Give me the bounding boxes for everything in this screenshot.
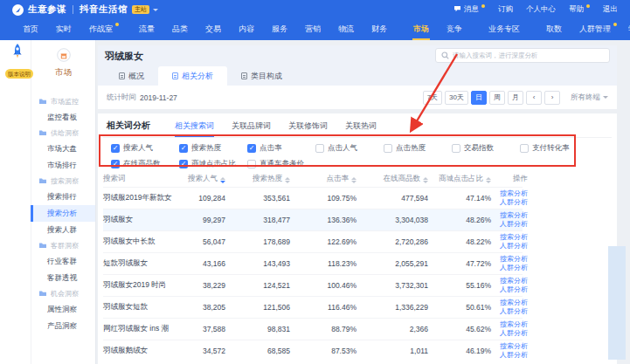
action-link-人群分析[interactable]: 人群分析 <box>496 307 528 316</box>
sidebar-item-监控看板[interactable]: 监控看板 <box>31 109 95 126</box>
checkbox-checked-icon[interactable]: ✓ <box>247 144 256 153</box>
nav-item-取数[interactable]: 取数 <box>537 19 571 40</box>
range-button-7天[interactable]: 7天 <box>423 91 442 105</box>
table-row[interactable]: 羽绒服女99,297318,477136.36%3,304,03848.26%搜… <box>103 209 523 230</box>
nav-item-品类[interactable]: 品类 <box>163 19 197 40</box>
nav-item-市场[interactable]: 市场 <box>405 19 438 40</box>
brand-caret-down-icon[interactable] <box>153 9 158 11</box>
action-link-搜索分析[interactable]: 搜索分析 <box>496 189 528 198</box>
sidebar-item-客群透视[interactable]: 客群透视 <box>31 270 95 286</box>
tab-类目构成[interactable]: 类目构成 <box>227 66 296 86</box>
table-row[interactable]: 羽绒服女中长款56,047178,689122.69%2,720,28648.2… <box>103 230 523 252</box>
action-link-搜索分析[interactable]: 搜索分析 <box>496 255 528 264</box>
checkbox-unchecked-icon[interactable] <box>452 144 460 153</box>
header-link-帮助[interactable]: 帮助 <box>569 4 590 15</box>
nav-item-业务专区[interactable]: 业务专区 <box>480 19 529 40</box>
action-link-人群分析[interactable]: 人群分析 <box>496 242 528 251</box>
checkbox-直通车参考价[interactable]: 直通车参考价 <box>247 159 315 169</box>
checkbox-unchecked-icon[interactable] <box>384 144 392 153</box>
nav-item-营销[interactable]: 营销 <box>296 19 329 40</box>
nav-item-人群管理[interactable]: 人群管理 <box>571 19 620 40</box>
table-row[interactable]: 短款羽绒服女43,166143,493118.23%2,055,29147.72… <box>103 252 523 274</box>
right-edge-panel[interactable] <box>608 246 626 360</box>
range-button-›[interactable]: › <box>544 91 560 105</box>
checkbox-搜索人气[interactable]: ✓搜索人气 <box>111 143 179 154</box>
header-link-订购[interactable]: 订购 <box>498 4 513 15</box>
range-button-30天[interactable]: 30天 <box>445 91 468 105</box>
checkbox-unchecked-icon[interactable] <box>315 144 324 153</box>
column-header-在线商品数[interactable]: 在线商品数 <box>357 174 428 184</box>
action-link-人群分析[interactable]: 人群分析 <box>496 351 528 360</box>
sidebar-item-市场排行[interactable]: 市场排行 <box>31 157 95 174</box>
header-link-个人中心[interactable]: 个人中心 <box>526 4 556 15</box>
sidebar-item-属性洞察[interactable]: 属性洞察 <box>31 301 95 318</box>
sidebar-item-产品洞察[interactable]: 产品洞察 <box>31 318 95 334</box>
checkbox-支付转化率[interactable]: 支付转化率 <box>520 143 588 154</box>
nav-item-竞争[interactable]: 竞争 <box>438 19 471 40</box>
action-link-人群分析[interactable]: 人群分析 <box>496 285 528 294</box>
action-link-人群分析[interactable]: 人群分析 <box>496 198 528 207</box>
nav-item-物流[interactable]: 物流 <box>329 19 363 40</box>
action-link-搜索分析[interactable]: 搜索分析 <box>496 342 528 351</box>
action-link-人群分析[interactable]: 人群分析 <box>496 220 528 229</box>
checkbox-点击热度[interactable]: 点击热度 <box>384 143 452 154</box>
checkbox-在线商品数[interactable]: ✓在线商品数 <box>111 159 179 169</box>
action-link-人群分析[interactable]: 人群分析 <box>496 329 528 338</box>
action-link-搜索分析[interactable]: 搜索分析 <box>496 211 528 220</box>
action-link-人群分析[interactable]: 人群分析 <box>496 264 528 272</box>
nav-item-学院[interactable]: 学院 <box>620 19 630 40</box>
version-widget[interactable]: 版本说明 <box>5 43 30 79</box>
action-link-搜索分析[interactable]: 搜索分析 <box>496 233 528 242</box>
analysis-tab-关联热词[interactable]: 关联热词 <box>345 113 377 137</box>
checkbox-交易指数[interactable]: 交易指数 <box>452 143 520 154</box>
checkbox-商城点击占比[interactable]: ✓商城点击占比 <box>179 159 247 169</box>
column-header-点击率[interactable]: 点击率 <box>290 174 357 184</box>
analysis-tab-关联修饰词[interactable]: 关联修饰词 <box>288 113 328 137</box>
sort-icon[interactable] <box>486 177 491 183</box>
sidebar-item-搜索人群[interactable]: 搜索人群 <box>31 222 95 238</box>
checkbox-checked-icon[interactable]: ✓ <box>179 160 188 168</box>
table-row[interactable]: 羽绒服2019年新款女109,284353,561109.75%477,5944… <box>103 187 523 209</box>
sidebar-item-搜索分析[interactable]: 搜索分析 <box>31 205 95 222</box>
header-link-消息[interactable]: 消息 <box>453 4 485 15</box>
action-link-搜索分析[interactable]: 搜索分析 <box>496 299 528 307</box>
nav-item-实时[interactable]: 实时 <box>47 19 80 40</box>
table-row[interactable]: 羽绒服女2019 时尚38,229124,521100.46%3,732,301… <box>103 274 523 296</box>
tab-相关分析[interactable]: 相关分析 <box>158 66 227 86</box>
column-header-商城点击占比[interactable]: 商城点击占比 <box>428 174 491 184</box>
checkbox-点击率[interactable]: ✓点击率 <box>247 143 315 154</box>
table-row[interactable]: 羽绒服女短款38,205121,506116.46%1,336,22950.61… <box>103 296 523 318</box>
checkbox-unchecked-icon[interactable] <box>520 144 529 153</box>
nav-item-首页[interactable]: 首页 <box>14 19 47 40</box>
table-row[interactable]: 羽绒服鹅绒女34,57268,58587.53%1,01146.19%搜索分析人… <box>103 340 523 361</box>
keyword-search-box[interactable] <box>435 48 610 63</box>
nav-item-流量[interactable]: 流量 <box>130 19 163 40</box>
sidebar-item-搜索排行[interactable]: 搜索排行 <box>31 189 95 205</box>
range-button-‹[interactable]: ‹ <box>526 91 542 105</box>
analysis-tab-关联品牌词[interactable]: 关联品牌词 <box>232 113 271 137</box>
range-button-日[interactable]: 日 <box>471 91 487 105</box>
search-input[interactable] <box>453 52 604 59</box>
range-button-月[interactable]: 月 <box>508 91 523 105</box>
checkbox-unchecked-icon[interactable] <box>247 160 256 168</box>
version-badge[interactable]: 版本说明 <box>5 69 33 79</box>
sidebar-item-市场大盘[interactable]: 市场大盘 <box>31 141 95 157</box>
checkbox-checked-icon[interactable]: ✓ <box>111 144 120 153</box>
checkbox-checked-icon[interactable]: ✓ <box>179 144 188 153</box>
sidebar-item-行业客群[interactable]: 行业客群 <box>31 253 95 270</box>
terminal-filter-dropdown[interactable]: 所有终端 <box>571 93 608 103</box>
range-button-周[interactable]: 周 <box>489 91 505 105</box>
column-header-搜索热度[interactable]: 搜索热度 <box>225 174 290 184</box>
header-link-退出[interactable]: 退出 <box>603 4 618 15</box>
nav-item-财务[interactable]: 财务 <box>363 19 396 40</box>
nav-item-作战室[interactable]: 作战室 <box>80 19 121 40</box>
nav-item-服务[interactable]: 服务 <box>263 19 296 40</box>
checkbox-点击人气[interactable]: 点击人气 <box>315 143 384 154</box>
column-header-搜索人气[interactable]: 搜索人气 <box>173 174 225 184</box>
table-row[interactable]: 网红羽绒服女 ins 潮37,58898,83188.79%2,36645.62… <box>103 318 523 340</box>
checkbox-checked-icon[interactable]: ✓ <box>111 160 120 168</box>
nav-item-交易[interactable]: 交易 <box>197 19 230 40</box>
action-link-搜索分析[interactable]: 搜索分析 <box>496 277 528 285</box>
checkbox-搜索热度[interactable]: ✓搜索热度 <box>179 143 247 154</box>
analysis-tab-相关搜索词[interactable]: 相关搜索词 <box>175 113 214 137</box>
